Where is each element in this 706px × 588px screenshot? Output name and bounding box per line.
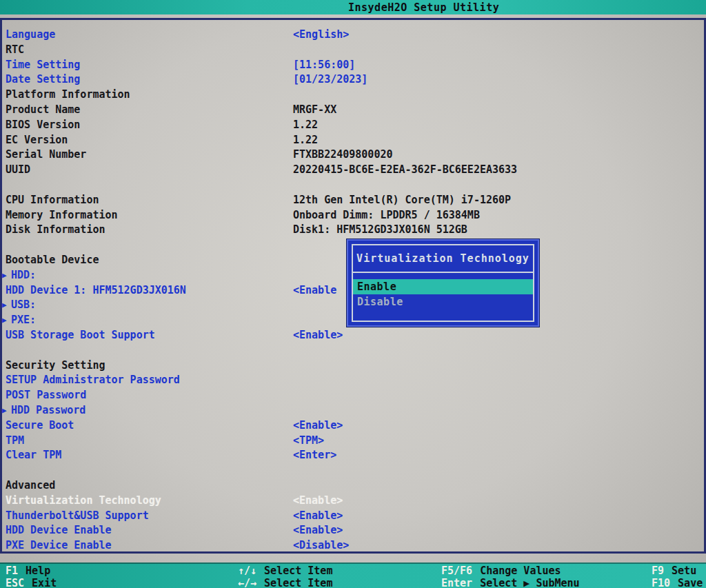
popup-title: Virtualization Technology [353,245,533,272]
hotkey-label: ESC [6,577,24,588]
row-pxe-device-enable[interactable]: PXE Device Enable<Disable> [6,538,702,554]
setting-value: <TPM> [293,434,324,449]
hotkey-label: F10 [652,577,670,588]
setting-label: SETUP Administrator Password [6,374,180,386]
setting-label: Memory Information [6,209,118,221]
setting-label: PXE Device Enable [6,539,112,551]
setting-label: Clear TPM [6,449,61,461]
hotkey-label: ↑/↓ [238,565,256,577]
setting-value: 1.22 [293,118,318,133]
setting-value: 20220415-BC6E-E2EA-362F-BC6EE2EA3633 [293,163,517,178]
row-usb-storage-boot-support[interactable]: USB Storage Boot Support<Enable> [6,328,702,343]
spacer-row [6,178,702,193]
setting-label: Security Setting [6,359,105,372]
setting-label: BIOS Version [6,119,80,131]
row-tpm[interactable]: TPM<TPM> [6,434,702,449]
help-item-: ↑/↓Select Item [238,565,332,577]
submenu-arrow-icon: ▶ [2,298,11,313]
setting-value: Disk1: HFM512GD3JX016N 512GB [293,223,467,238]
row-rtc: RTC [6,43,702,58]
setting-label: Thunderbolt&USB Support [6,509,149,522]
setting-value: 1.22 [293,133,318,148]
help-item-esc: ESCExit [6,578,57,588]
row-hdd-password[interactable]: ▶HDD Password [6,403,702,418]
popup-option-enable[interactable]: Enable [353,279,533,294]
help-item-f1: F1Help [6,565,50,577]
title-bar: InsydeH2O Setup Utility [0,0,706,14]
row-secure-boot[interactable]: Secure Boot<Enable> [6,418,702,434]
row-advanced: Advanced [6,478,702,494]
setting-label: USB Storage Boot Support [6,329,155,341]
hotkey-action: Select Item [264,565,332,577]
setting-value: <Enable [293,283,336,298]
bios-setup-screen: InsydeH2O Setup Utility Language<English… [0,0,706,588]
setting-label: Product Name [6,103,80,116]
row-time-setting[interactable]: Time Setting[11:56:00] [6,58,702,73]
setting-label: Serial Number [6,148,86,161]
setting-value: FTXBB22409800020 [293,148,393,163]
row-platform-information: Platform Information [6,88,702,103]
setting-value: <Enable> [293,509,343,524]
popup-inner-frame: Virtualization Technology EnableDisable [352,244,534,322]
row-security-setting: Security Setting [6,358,702,374]
submenu-arrow-icon: ▶ [2,403,11,418]
help-item-: ←/→Select Item [238,578,332,588]
setting-value: <Enable> [293,328,343,343]
row-cpu-information: CPU Information12th Gen Intel(R) Core(TM… [6,193,702,208]
setting-label: HDD Password [11,404,85,416]
popup-option-disable[interactable]: Disable [353,294,533,310]
row-language[interactable]: Language<English> [6,28,702,43]
row-memory-information: Memory InformationOnboard Dimm: LPDDR5 /… [6,208,702,223]
setting-label: EC Version [6,134,68,146]
help-item-enter: EnterSelect ▶ SubMenu [441,578,580,588]
row-uuid: UUID20220415-BC6E-E2EA-362F-BC6EE2EA3633 [6,163,702,178]
setting-label: Date Setting [6,73,80,85]
setting-label: Virtualization Technology [6,494,161,507]
setting-value: 12th Gen Intel(R) Core(TM) i7-1260P [293,193,511,208]
setting-label: Disk Information [6,223,105,236]
setting-label: TPM [6,434,24,447]
submenu-arrow-icon: ▶ [2,268,11,283]
row-setup-administrator-password[interactable]: SETUP Administrator Password [6,373,702,388]
setting-label: RTC [6,43,24,56]
help-row: ESCExit←/→Select ItemEnterSelect ▶ SubMe… [0,578,706,588]
row-hdd-device-enable[interactable]: HDD Device Enable<Enable> [6,523,702,538]
row-clear-tpm[interactable]: Clear TPM<Enter> [6,448,702,463]
row-post-password[interactable]: POST Password [6,388,702,403]
setting-label: PXE: [11,314,36,326]
setting-label: UUID [6,163,30,176]
setting-label: Platform Information [6,88,130,101]
row-bios-version: BIOS Version1.22 [6,118,702,133]
setting-value: [11:56:00] [293,58,355,73]
hotkey-action: Change Values [480,565,561,577]
hotkey-label: ←/→ [238,577,256,588]
hotkey-action: Setu [672,565,696,577]
spacer-row [6,463,702,478]
row-ec-version: EC Version1.22 [6,133,702,148]
setting-label: Language [6,28,55,41]
setting-value: <Enable> [293,494,343,509]
row-serial-number: Serial NumberFTXBB22409800020 [6,148,702,163]
row-thunderbolt-usb-support[interactable]: Thunderbolt&USB Support<Enable> [6,509,702,524]
row-virtualization-technology[interactable]: Virtualization Technology<Enable> [6,494,702,509]
hotkey-action: Save [678,577,703,588]
hotkey-action: Select ▶ SubMenu [480,577,580,588]
setting-label: Bootable Device [6,254,99,266]
setting-value: <English> [293,28,349,43]
help-item-f9: F9Setu [652,565,696,577]
page-title: InsydeH2O Setup Utility [348,1,499,14]
setting-label: Time Setting [6,59,80,71]
help-item-f10: F10Save [652,578,703,588]
setting-value: [01/23/2023] [293,72,367,88]
setting-label: HDD Device Enable [6,524,112,536]
setting-value: <Disable> [293,538,349,554]
row-date-setting[interactable]: Date Setting[01/23/2023] [6,72,702,88]
hotkey-action: Select Item [264,577,332,588]
hotkey-label: Enter [441,577,472,588]
hotkey-action: Exit [32,577,57,588]
setting-label: Secure Boot [6,419,74,432]
submenu-arrow-icon: ▶ [2,313,11,328]
hotkey-label: F1 [6,565,18,577]
popup-options: EnableDisable [353,273,533,310]
setting-label: CPU Information [6,194,99,206]
